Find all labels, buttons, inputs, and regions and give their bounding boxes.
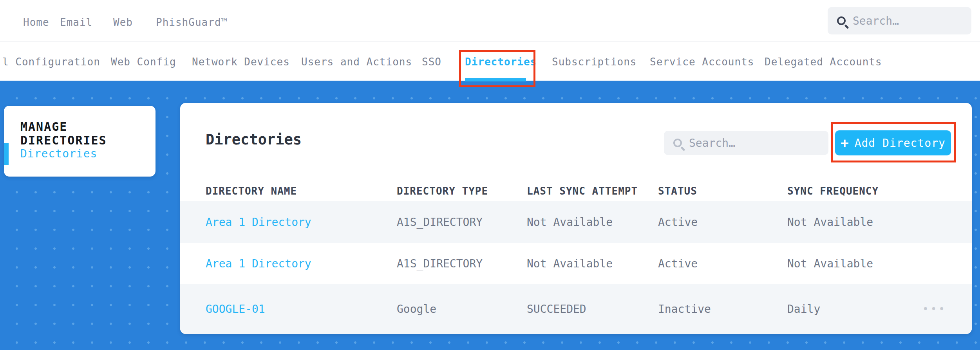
directory-type-cell: Google	[397, 303, 436, 316]
directories-search-input[interactable]	[689, 137, 822, 150]
top-nav: Home Email Web PhishGuard™	[0, 0, 980, 42]
sidebar-item-directories[interactable]: Directories	[20, 147, 97, 160]
col-last-sync-attempt: LAST SYNC ATTEMPT	[527, 185, 638, 197]
directory-name-link[interactable]: Area 1 Directory	[206, 215, 311, 228]
last-sync-attempt-cell: Not Available	[527, 257, 613, 270]
table-row: Area 1 Directory A1S_DIRECTORY Not Avail…	[180, 201, 972, 243]
tab-web-config[interactable]: Web Config	[111, 56, 176, 68]
directory-type-cell: A1S_DIRECTORY	[397, 215, 483, 228]
status-cell: Active	[658, 257, 698, 270]
tab-directories[interactable]: Directories	[465, 56, 537, 68]
top-nav-item-web[interactable]: Web	[113, 16, 133, 28]
tab-network-devices[interactable]: Network Devices	[192, 56, 290, 68]
tab-service-accounts[interactable]: Service Accounts	[650, 56, 754, 68]
table-row: Area 1 Directory A1S_DIRECTORY Not Avail…	[180, 243, 972, 284]
tab-configuration[interactable]: l Configuration	[2, 56, 100, 68]
table-row: GOOGLE-01 Google SUCCEEDED Inactive Dail…	[180, 284, 972, 334]
add-directory-label: Add Directory	[855, 137, 946, 150]
directory-name-link[interactable]: GOOGLE-01	[206, 303, 265, 316]
search-icon	[837, 16, 846, 25]
sync-frequency-cell: Not Available	[787, 215, 873, 228]
row-menu-ellipsis-icon[interactable]: •••	[922, 303, 947, 315]
status-cell: Active	[658, 215, 698, 228]
sidebar-title: MANAGE DIRECTORIES	[20, 120, 155, 147]
status-cell: Inactive	[658, 303, 711, 316]
tab-delegated-accounts[interactable]: Delegated Accounts	[765, 56, 882, 68]
col-directory-type: DIRECTORY TYPE	[397, 185, 488, 197]
col-sync-frequency: SYNC FREQUENCY	[787, 185, 879, 197]
sync-frequency-cell: Daily	[787, 303, 820, 316]
tab-subscriptions[interactable]: Subscriptions	[552, 56, 637, 68]
section-tab-bar: l Configuration Web Config Network Devic…	[0, 43, 980, 81]
manage-directories-card: MANAGE DIRECTORIES Directories	[4, 106, 155, 177]
directories-panel: Directories + Add Directory DIRECTORY NA…	[180, 103, 972, 334]
plus-icon: +	[841, 136, 849, 150]
table-header: DIRECTORY NAME DIRECTORY TYPE LAST SYNC …	[180, 182, 972, 201]
top-nav-item-email[interactable]: Email	[60, 16, 92, 28]
global-search[interactable]	[828, 7, 971, 34]
col-status: STATUS	[658, 185, 697, 197]
active-tab-underline	[465, 78, 526, 81]
sync-frequency-cell: Not Available	[787, 257, 873, 270]
tab-users-and-actions[interactable]: Users and Actions	[301, 56, 412, 68]
last-sync-attempt-cell: Not Available	[527, 215, 613, 228]
tab-sso[interactable]: SSO	[422, 56, 441, 68]
top-nav-item-phishguard[interactable]: PhishGuard™	[156, 16, 228, 28]
add-directory-button[interactable]: + Add Directory	[835, 130, 951, 155]
col-directory-name: DIRECTORY NAME	[206, 185, 297, 197]
global-search-input[interactable]	[853, 14, 964, 27]
last-sync-attempt-cell: SUCCEEDED	[527, 303, 586, 316]
sidebar-active-indicator	[4, 143, 9, 165]
directory-type-cell: A1S_DIRECTORY	[397, 257, 483, 270]
search-icon	[673, 139, 682, 147]
page-title: Directories	[206, 131, 302, 148]
top-nav-item-home[interactable]: Home	[23, 16, 49, 28]
directories-search[interactable]	[664, 131, 828, 155]
directory-name-link[interactable]: Area 1 Directory	[206, 257, 311, 270]
